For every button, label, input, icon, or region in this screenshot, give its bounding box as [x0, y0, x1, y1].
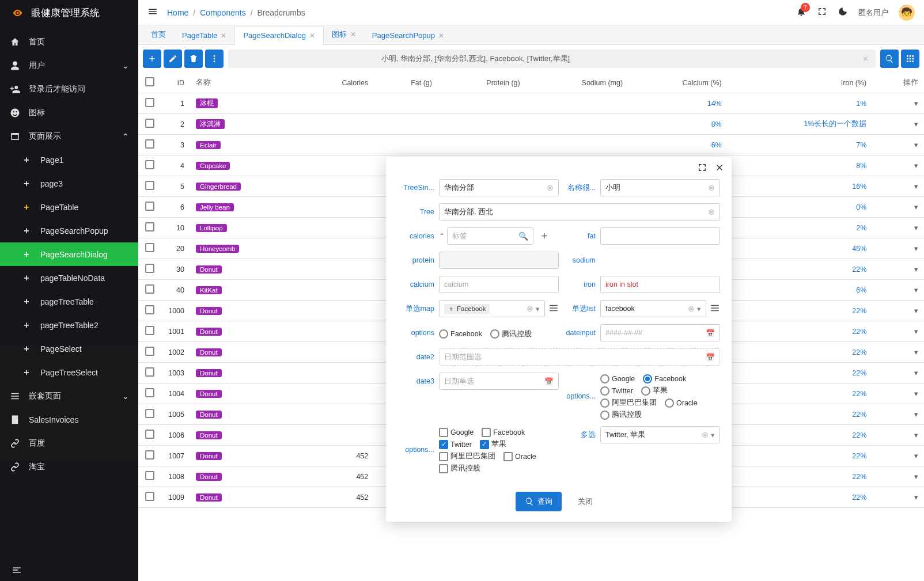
row-checkbox[interactable]	[145, 243, 154, 252]
radio-option[interactable]: Oracle	[665, 398, 698, 408]
expand-icon[interactable]: ▾	[914, 369, 918, 377]
clear-icon[interactable]: ⊗	[708, 183, 715, 192]
expand-icon[interactable]: ▾	[914, 265, 918, 274]
close-icon[interactable]: ✕	[438, 32, 444, 40]
list-icon[interactable]	[548, 303, 559, 315]
tab-3[interactable]: 图标 ✕	[324, 25, 364, 44]
radio-option[interactable]: 腾讯控股	[490, 329, 532, 339]
delete-button[interactable]	[184, 50, 203, 68]
row-checkbox[interactable]	[145, 347, 154, 356]
sidebar-bottom-0[interactable]: 嵌套页面 ⌄	[0, 384, 138, 408]
row-checkbox[interactable]	[145, 264, 154, 273]
row-checkbox[interactable]	[145, 119, 154, 128]
tab-4[interactable]: PageSearchPopup ✕	[364, 26, 452, 44]
row-checkbox[interactable]	[145, 430, 154, 439]
radio-option[interactable]: Facebook	[439, 329, 482, 339]
row-checkbox[interactable]	[145, 202, 154, 211]
sidebar-subitem-5[interactable]: + pageTableNoData	[0, 266, 138, 290]
expand-icon[interactable]: ▾	[914, 452, 918, 460]
expand-icon[interactable]: ▾	[914, 411, 918, 419]
breadcrumb-home[interactable]: Home	[167, 8, 188, 17]
select-all-checkbox[interactable]	[145, 77, 154, 86]
calories-input[interactable]: 标签🔍	[447, 227, 533, 245]
row-checkbox[interactable]	[145, 367, 154, 377]
treesingle-input[interactable]: 华南分部⊗	[439, 179, 559, 196]
tab-2[interactable]: PageSearchDialog ✕	[234, 26, 323, 45]
dialog-fullscreen-icon[interactable]	[697, 162, 707, 175]
expand-icon[interactable]: ▾	[914, 493, 918, 502]
expand-icon[interactable]: ▾	[914, 286, 918, 294]
expand-icon[interactable]: ▾	[914, 245, 918, 253]
nav-collapse[interactable]	[0, 560, 138, 581]
clear-icon[interactable]: ⊗	[547, 183, 554, 192]
row-checkbox[interactable]	[145, 284, 154, 294]
check-option[interactable]: 阿里巴巴集团	[439, 451, 495, 461]
expand-icon[interactable]: ▾	[914, 328, 918, 336]
hamburger-icon[interactable]	[147, 6, 158, 18]
dialog-close-icon[interactable]	[714, 162, 725, 175]
radio-option[interactable]: 苹果	[641, 386, 668, 396]
sidebar-item-0[interactable]: 首页	[0, 30, 138, 54]
fullscreen-icon[interactable]	[817, 6, 827, 18]
expand-icon[interactable]: ▾	[914, 162, 918, 170]
close-icon[interactable]: ✕	[309, 32, 315, 40]
clear-icon[interactable]: ⊗	[702, 430, 709, 439]
avatar[interactable]: 🧒	[899, 5, 915, 21]
sidebar-subitem-2[interactable]: + PageTable	[0, 195, 138, 219]
row-checkbox[interactable]	[145, 222, 154, 231]
row-checkbox[interactable]	[145, 181, 154, 190]
row-checkbox[interactable]	[145, 450, 154, 460]
sidebar-bottom-1[interactable]: SalesInvoices	[0, 408, 138, 431]
expand-icon[interactable]: ▾	[914, 141, 918, 149]
sidebar-bottom-3[interactable]: 淘宝	[0, 455, 138, 479]
iron-input[interactable]: iron in slot	[600, 276, 720, 293]
clear-icon[interactable]: ⊗	[688, 304, 695, 313]
check-option[interactable]: ✓苹果	[480, 439, 506, 449]
calendar-icon[interactable]: 📅	[544, 377, 554, 386]
tree-input[interactable]: 华南分部, 西北⊗	[439, 203, 720, 221]
single-map-select[interactable]: ＋ Facebook⊗▾	[439, 300, 545, 317]
sidebar-subitem-7[interactable]: + pageTreeTable2	[0, 313, 138, 337]
expand-icon[interactable]: ▾	[914, 183, 918, 191]
check-option[interactable]: Facebook	[482, 428, 525, 437]
row-checkbox[interactable]	[145, 305, 154, 314]
chevron-up-icon[interactable]: ⌃	[439, 232, 445, 240]
sidebar-item-1[interactable]: 用户 ⌄	[0, 54, 138, 77]
close-icon[interactable]: ✕	[221, 32, 226, 40]
notifications-icon[interactable]: 7	[796, 6, 806, 18]
row-checkbox[interactable]	[145, 409, 154, 418]
name-input[interactable]: 小明⊗	[600, 179, 720, 196]
search-button[interactable]	[880, 50, 899, 68]
tab-0[interactable]: 首页	[143, 25, 174, 44]
add-button[interactable]	[143, 50, 161, 68]
fat-input[interactable]	[600, 227, 720, 245]
radio-option[interactable]: Google	[600, 374, 635, 383]
calendar-icon[interactable]: 📅	[706, 329, 715, 337]
sidebar-subitem-4[interactable]: + PageSearchDialog	[0, 242, 138, 266]
sidebar-subitem-8[interactable]: + PageSelect	[0, 337, 138, 360]
calcium-input[interactable]: calcium	[439, 276, 559, 293]
row-checkbox[interactable]	[145, 160, 154, 169]
radio-option[interactable]: Twitter	[600, 386, 633, 396]
row-checkbox[interactable]	[145, 326, 154, 335]
radio-option[interactable]: 阿里巴巴集团	[600, 398, 657, 408]
tab-1[interactable]: PageTable ✕	[174, 26, 234, 44]
date2-input[interactable]: 日期范围选📅	[439, 348, 720, 366]
clear-search-icon[interactable]: ✕	[862, 55, 869, 63]
search-summary-pill[interactable]: 小明, 华南分部, [华南分部,西北], Facebook, [Twitter,…	[228, 50, 876, 68]
search-icon[interactable]: 🔍	[518, 231, 528, 241]
calendar-icon[interactable]: 📅	[706, 353, 715, 362]
add-tag-button[interactable]: +	[536, 227, 553, 245]
expand-icon[interactable]: ▾	[914, 100, 918, 108]
check-option[interactable]: Google	[439, 428, 474, 437]
expand-icon[interactable]: ▾	[914, 203, 918, 211]
expand-icon[interactable]: ▾	[914, 120, 918, 128]
close-icon[interactable]: ✕	[350, 31, 356, 39]
sidebar-item-2[interactable]: 登录后才能访问	[0, 77, 138, 101]
radio-option[interactable]: 腾讯控股	[600, 410, 642, 420]
row-checkbox[interactable]	[145, 471, 154, 480]
row-checkbox[interactable]	[145, 98, 154, 107]
radio-option[interactable]: Facebook	[643, 374, 686, 383]
grid-button[interactable]	[901, 50, 919, 68]
list-icon[interactable]	[710, 303, 720, 315]
